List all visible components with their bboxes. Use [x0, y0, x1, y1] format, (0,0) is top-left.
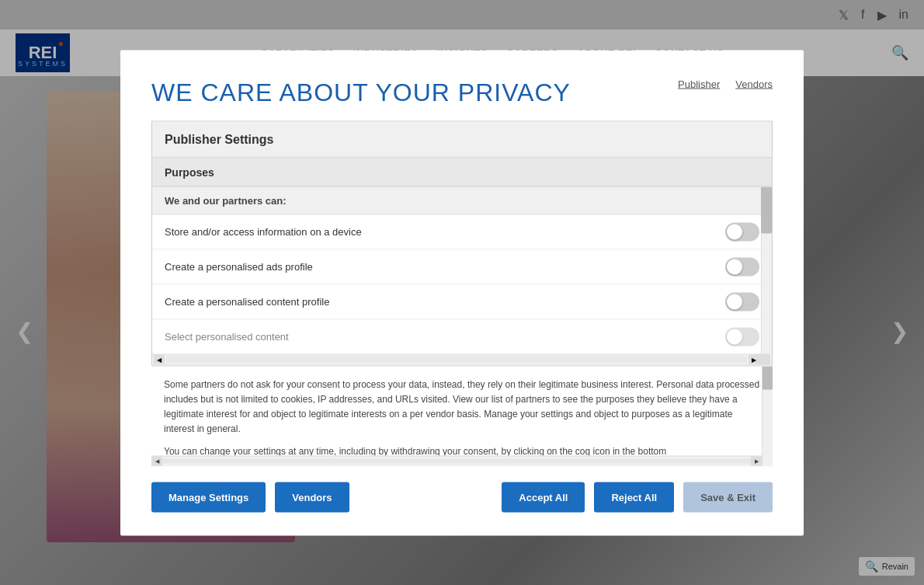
toggle-row-1: Create a personalised ads profile [152, 249, 772, 284]
h-scroll-left[interactable]: ◀ [154, 355, 165, 364]
purposes-header: Purposes [152, 158, 772, 186]
toggle-switch-3[interactable] [725, 327, 759, 346]
toggle-row-3: Select personalised content [152, 319, 772, 353]
h-scroll-corner [759, 354, 770, 365]
manage-settings-button[interactable]: Manage Settings [151, 482, 266, 512]
settings-body: Purposes We and our partners can: Store … [152, 158, 772, 364]
toggle-switch-0[interactable] [725, 222, 759, 241]
reject-all-button[interactable]: Reject All [594, 482, 674, 512]
h-scrollbar[interactable]: ◀ ▶ [152, 353, 772, 364]
body-text-1: Some partners do not ask for your consen… [164, 377, 760, 437]
modal-footer: Manage Settings Vendors Accept All Rejec… [151, 482, 773, 512]
toggle-label-2: Create a personalised content profile [165, 296, 329, 308]
toggle-label-3: Select personalised content [165, 331, 289, 343]
v-scroll-thumb[interactable] [761, 186, 772, 233]
toggle-switch-2[interactable] [725, 292, 759, 311]
footer-left: Manage Settings Vendors [151, 482, 349, 512]
toggle-scroll-area[interactable]: Store and/or access information on a dev… [152, 214, 772, 353]
modal-tabs: Publisher Vendors [678, 78, 773, 89]
text-section: Some partners do not ask for your consen… [151, 365, 773, 466]
text-h-left[interactable]: ◀ [151, 457, 162, 466]
toggle-switch-1[interactable] [725, 257, 759, 276]
text-v-thumb[interactable] [762, 366, 773, 389]
settings-header: Publisher Settings [152, 121, 772, 158]
text-v-scrollbar[interactable] [762, 366, 773, 466]
toggle-row-0: Store and/or access information on a dev… [152, 214, 772, 249]
toggle-label-0: Store and/or access information on a dev… [165, 226, 362, 238]
footer-right: Accept All Reject All Save & Exit [502, 482, 773, 512]
partners-header: We and our partners can: [152, 186, 772, 214]
v-scrollbar[interactable] [761, 186, 772, 364]
save-exit-button[interactable]: Save & Exit [683, 482, 773, 512]
toggle-label-1: Create a personalised ads profile [165, 261, 313, 273]
h-scroll-right[interactable]: ▶ [749, 355, 759, 364]
accept-all-button[interactable]: Accept All [502, 482, 585, 512]
text-h-track [162, 459, 751, 464]
vendors-button[interactable]: Vendors [275, 482, 349, 512]
privacy-modal: WE CARE ABOUT YOUR PRIVACY Publisher Ven… [120, 50, 804, 535]
h-scroll-track [166, 357, 747, 363]
settings-panel: Publisher Settings Purposes We and our p… [151, 120, 773, 365]
tab-vendors[interactable]: Vendors [735, 78, 773, 89]
toggle-row-2: Create a personalised content profile [152, 284, 772, 319]
tab-publisher[interactable]: Publisher [678, 78, 720, 89]
text-h-scrollbar[interactable]: ◀ ▶ [151, 455, 762, 466]
text-h-right[interactable]: ▶ [751, 457, 762, 466]
